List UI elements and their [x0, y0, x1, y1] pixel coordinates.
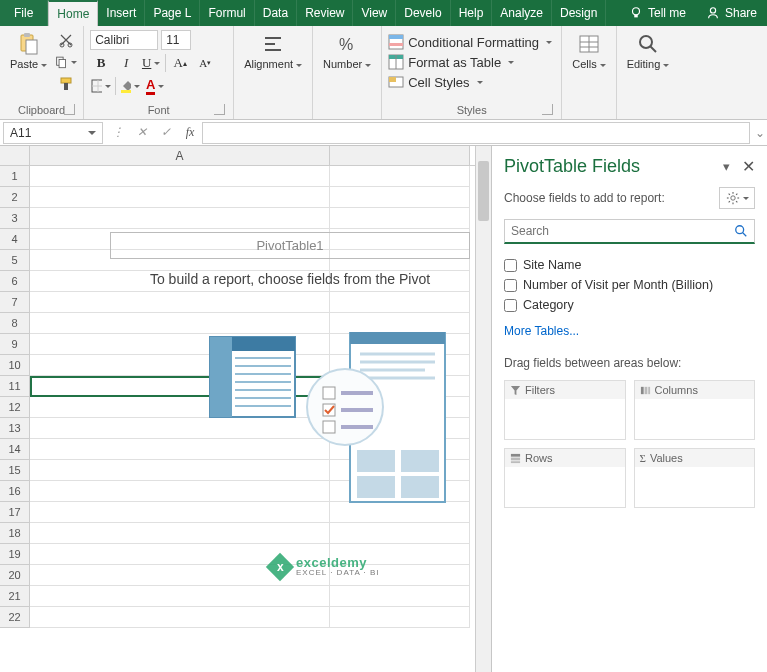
row-header[interactable]: 15	[0, 460, 30, 481]
increase-font-button[interactable]: A▴	[169, 53, 191, 73]
row-header[interactable]: 13	[0, 418, 30, 439]
scroll-thumb[interactable]	[478, 161, 489, 221]
tell-me[interactable]: Tell me	[619, 0, 696, 26]
tab-design[interactable]: Design	[552, 0, 606, 26]
cell-styles-button[interactable]: Cell Styles	[388, 74, 482, 90]
svg-line-68	[736, 194, 737, 195]
svg-rect-75	[511, 453, 520, 456]
tab-data[interactable]: Data	[255, 0, 297, 26]
tab-file[interactable]: File	[0, 0, 48, 26]
tab-home[interactable]: Home	[48, 0, 98, 26]
row-header[interactable]: 7	[0, 292, 30, 313]
tab-page-layout[interactable]: Page L	[145, 0, 200, 26]
pivot-placeholder: PivotTable1 To build a report, choose fi…	[110, 232, 470, 287]
svg-rect-53	[323, 421, 335, 433]
row-header[interactable]: 20	[0, 565, 30, 586]
tab-analyze[interactable]: Analyze	[492, 0, 552, 26]
alignment-button[interactable]: Alignment	[240, 30, 306, 72]
row-header[interactable]: 10	[0, 355, 30, 376]
row-header[interactable]: 11	[0, 376, 30, 397]
tab-help[interactable]: Help	[451, 0, 493, 26]
row-header[interactable]: 3	[0, 208, 30, 229]
enter-formula-button[interactable]: ✓	[154, 122, 178, 144]
row-header[interactable]: 2	[0, 187, 30, 208]
field-site-name[interactable]: Site Name	[504, 258, 755, 272]
field-search-input[interactable]	[511, 224, 734, 238]
row-header[interactable]: 1	[0, 166, 30, 187]
tab-view[interactable]: View	[353, 0, 396, 26]
field-category[interactable]: Category	[504, 298, 755, 312]
fx-button[interactable]: fx	[178, 122, 202, 144]
tab-review[interactable]: Review	[297, 0, 353, 26]
number-button[interactable]: % Number	[319, 30, 375, 72]
row-header[interactable]: 14	[0, 439, 30, 460]
pane-layout-button[interactable]	[719, 187, 755, 209]
cancel-formula-button[interactable]: ✕	[130, 122, 154, 144]
borders-button[interactable]	[90, 76, 112, 96]
row-header[interactable]: 19	[0, 544, 30, 565]
cut-button[interactable]	[55, 30, 77, 50]
rows-icon	[510, 453, 521, 464]
font-size-select[interactable]: 11	[161, 30, 191, 50]
svg-rect-58	[401, 450, 439, 472]
conditional-formatting-button[interactable]: Conditional Formatting	[388, 34, 552, 50]
area-rows[interactable]: Rows	[504, 448, 626, 508]
font-name-select[interactable]: Calibri	[90, 30, 158, 50]
pane-options-button[interactable]: ▾	[723, 159, 730, 174]
col-header-next[interactable]	[330, 146, 470, 165]
row-header[interactable]: 16	[0, 481, 30, 502]
paste-button[interactable]: Paste	[6, 30, 51, 72]
svg-rect-11	[64, 83, 68, 90]
name-box[interactable]: A11	[3, 122, 103, 144]
cells-button[interactable]: Cells	[568, 30, 609, 72]
row-header[interactable]: 4	[0, 229, 30, 250]
field-checkbox[interactable]	[504, 259, 517, 272]
fill-color-button[interactable]	[119, 76, 141, 96]
row-header[interactable]: 6	[0, 271, 30, 292]
clipboard-label: Clipboard	[6, 102, 77, 118]
field-search[interactable]	[504, 219, 755, 244]
pane-close-button[interactable]: ✕	[742, 157, 755, 176]
field-checkbox[interactable]	[504, 279, 517, 292]
field-visits[interactable]: Number of Visit per Month (Billion)	[504, 278, 755, 292]
area-columns[interactable]: Columns	[634, 380, 756, 440]
tab-insert[interactable]: Insert	[98, 0, 145, 26]
tab-formulas[interactable]: Formul	[200, 0, 254, 26]
area-filters[interactable]: Filters	[504, 380, 626, 440]
worksheet[interactable]: A 1 2 3 4 5 6 7 8 9 10 11 12 13 14 15 16…	[0, 146, 491, 672]
format-painter-button[interactable]	[55, 74, 77, 94]
share-button[interactable]: Share	[696, 0, 767, 26]
row-header[interactable]: 18	[0, 523, 30, 544]
cells-icon	[577, 32, 601, 56]
tab-developer[interactable]: Develo	[396, 0, 450, 26]
svg-rect-72	[640, 386, 643, 393]
field-checkbox[interactable]	[504, 299, 517, 312]
row-header[interactable]: 22	[0, 607, 30, 628]
row-header[interactable]: 21	[0, 586, 30, 607]
row-header[interactable]: 17	[0, 502, 30, 523]
italic-button[interactable]: I	[115, 53, 137, 73]
row-header[interactable]: 9	[0, 334, 30, 355]
svg-rect-27	[389, 77, 396, 82]
bold-button[interactable]: B	[90, 53, 112, 73]
row-header[interactable]: 12	[0, 397, 30, 418]
field-list: Site Name Number of Visit per Month (Bil…	[504, 254, 755, 338]
area-values[interactable]: ΣValues	[634, 448, 756, 508]
more-tables-link[interactable]: More Tables...	[504, 324, 755, 338]
underline-button[interactable]: U	[140, 53, 162, 73]
main-area: A 1 2 3 4 5 6 7 8 9 10 11 12 13 14 15 16…	[0, 146, 767, 672]
formula-input[interactable]	[202, 122, 750, 144]
copy-button[interactable]	[55, 52, 77, 72]
font-color-button[interactable]: A	[144, 76, 166, 96]
format-as-table-button[interactable]: Format as Table	[388, 54, 514, 70]
vertical-scrollbar[interactable]	[475, 146, 491, 672]
col-header-a[interactable]: A	[30, 146, 330, 165]
editing-button[interactable]: Editing	[623, 30, 674, 72]
lightbulb-icon	[629, 6, 643, 20]
row-header[interactable]: 8	[0, 313, 30, 334]
pane-title: PivotTable Fields	[504, 156, 640, 177]
select-all-corner[interactable]	[0, 146, 30, 165]
row-header[interactable]: 5	[0, 250, 30, 271]
decrease-font-button[interactable]: A▾	[194, 53, 216, 73]
expand-fbar-button[interactable]: ⌄	[753, 126, 767, 140]
